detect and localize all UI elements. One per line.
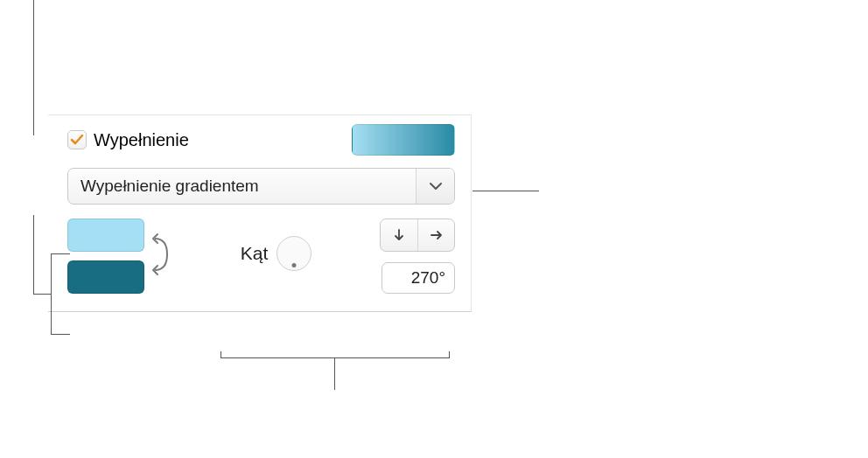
callout-line: [220, 351, 221, 358]
fill-label: Wypełnienie: [94, 130, 189, 150]
arrow-right-icon: [430, 229, 443, 241]
arrow-down-icon: [393, 229, 405, 241]
fill-panel: Wypełnienie Wypełnienie gradientem: [48, 114, 472, 312]
chevron-down-icon: [430, 182, 442, 191]
dropdown-arrow-button[interactable]: [416, 169, 454, 204]
fill-type-dropdown[interactable]: Wypełnienie gradientem: [67, 168, 455, 205]
swap-icon: [150, 228, 172, 281]
angle-dial-group: Kąt: [241, 236, 312, 271]
callout-line: [33, 0, 34, 135]
callout-line: [449, 351, 450, 358]
angle-value-text: 270°: [411, 268, 445, 288]
angle-label: Kąt: [241, 243, 269, 264]
gradient-color-1[interactable]: [67, 219, 144, 252]
callout-line: [220, 357, 450, 358]
gradient-color-stops: [67, 219, 172, 294]
checkmark-icon: [70, 133, 84, 147]
callout-line: [33, 215, 34, 294]
gradient-color-2[interactable]: [67, 260, 144, 294]
callout-line: [33, 294, 51, 295]
color-wells-stack: [67, 219, 144, 294]
fill-type-selected: Wypełnienie gradientem: [68, 177, 416, 196]
angle-value-field[interactable]: 270°: [382, 262, 455, 294]
direction-buttons: [380, 219, 455, 252]
callout-line: [51, 253, 52, 334]
callout-line: [51, 334, 70, 335]
direction-right-button[interactable]: [417, 219, 454, 251]
callout-line: [472, 191, 539, 191]
angle-dial[interactable]: [276, 236, 312, 271]
fill-checkbox-group: Wypełnienie: [67, 130, 189, 150]
fill-header-row: Wypełnienie: [67, 124, 455, 156]
direction-down-button[interactable]: [381, 219, 417, 251]
fill-color-preview[interactable]: [352, 124, 455, 156]
fill-checkbox[interactable]: [67, 130, 87, 149]
gradient-controls-row: Kąt 270°: [67, 219, 455, 294]
swap-colors-button[interactable]: [150, 228, 172, 285]
callout-line: [334, 358, 335, 390]
angle-right-controls: 270°: [380, 219, 455, 294]
callout-line: [51, 253, 70, 254]
